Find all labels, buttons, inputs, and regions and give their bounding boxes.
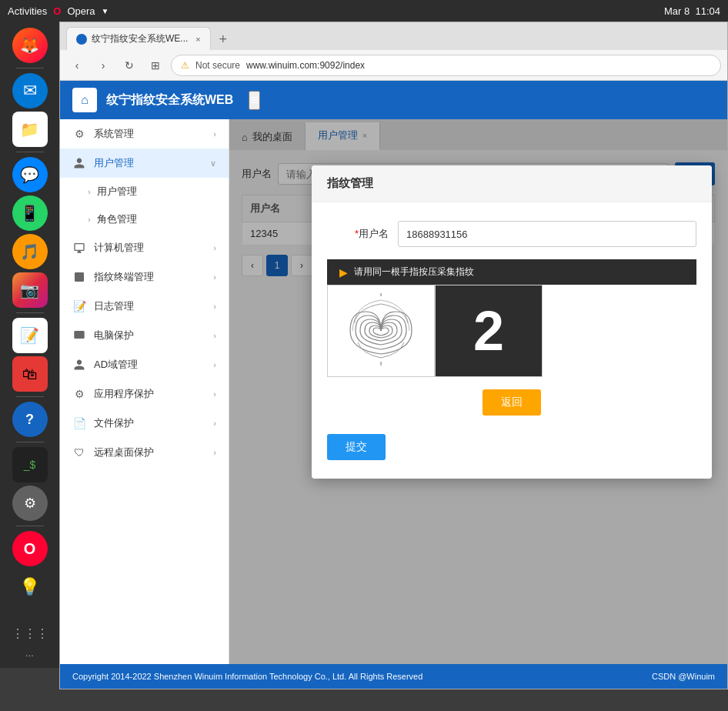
username-label: *用户名 — [327, 227, 389, 241]
chevron-right-icon: › — [213, 129, 216, 139]
sidebar-item-log-mgmt[interactable]: 📝 日志管理 › — [60, 292, 229, 321]
dock-dots[interactable]: ⋮⋮⋮ — [12, 626, 48, 641]
dropdown-icon[interactable]: ▼ — [102, 7, 109, 15]
modal-overlay: 指纹管理 *用户名 ▶ — [229, 119, 727, 664]
chevron-computer-icon: › — [213, 243, 216, 252]
dock-files[interactable]: 📁 — [12, 112, 48, 147]
sidebar-sub-label-user-mgmt: 用户管理 — [97, 185, 137, 199]
dock-more[interactable]: ... — [25, 647, 34, 659]
return-btn[interactable]: 返回 — [483, 389, 541, 416]
sidebar-label-system-mgmt: 系统管理 — [94, 127, 134, 141]
tab-title: 纹宁指纹安全系统WE... — [92, 32, 188, 45]
dock-settings[interactable]: ⚙ — [12, 486, 48, 521]
forward-btn[interactable]: › — [92, 55, 114, 76]
fp-modal: 指纹管理 *用户名 ▶ — [312, 165, 712, 479]
sidebar-item-app-protection[interactable]: ⚙ 应用程序保护 › — [60, 379, 229, 409]
sidebar-label-pc-protection: 电脑保护 — [94, 329, 134, 342]
fp-instruction-bar: ▶ 请用同一根手指按压采集指纹 — [327, 259, 696, 285]
content-area: ⌂ 我的桌面 用户管理 × 用户名 + 添 — [229, 119, 727, 664]
modal-title: 指纹管理 — [327, 176, 373, 189]
tab-bar: 纹宁指纹安全系统WE... × + — [60, 22, 727, 50]
sidebar-item-user-mgmt[interactable]: 用户管理 ∨ — [60, 149, 229, 178]
security-icon: ⚠ — [181, 60, 189, 71]
dock-firefox[interactable]: 🦊 — [12, 28, 48, 63]
dock-messenger[interactable]: 💬 — [12, 157, 48, 192]
sidebar-label-user-mgmt: 用户管理 — [94, 156, 134, 170]
dock-appstore[interactable]: 🛍 — [12, 356, 48, 392]
sidebar-item-fp-terminal[interactable]: 指纹终端管理 › — [60, 262, 229, 292]
sidebar-label-remote-desktop: 远程桌面保护 — [94, 446, 154, 459]
address-bar[interactable]: ⚠ Not secure www.winuim.com:9092/index — [171, 55, 721, 76]
dock-opera[interactable]: O — [12, 531, 48, 566]
pc-protection-icon — [72, 329, 86, 342]
page-title: 纹宁指纹安全系统WEB — [106, 92, 233, 108]
sidebar-item-pc-protection[interactable]: 电脑保护 › — [60, 321, 229, 350]
sidebar-label-ad-domain: AD域管理 — [94, 358, 138, 372]
dock-terminal[interactable]: _$ — [12, 447, 48, 482]
sidebar-item-remote-desktop[interactable]: 🛡 远程桌面保护 › — [60, 438, 229, 467]
sidebar-label-computer-mgmt: 计算机管理 — [94, 241, 144, 255]
sidebar-item-system-mgmt[interactable]: ⚙ 系统管理 › — [60, 119, 229, 149]
tab-close-btn[interactable]: × — [195, 35, 200, 44]
datetime: Mar 8 11:04 — [664, 5, 720, 17]
dock-rhythmbox[interactable]: 🎵 — [12, 234, 48, 269]
sidebar-item-file-protection[interactable]: 📄 文件保护 › — [60, 409, 229, 438]
fp-instruction-text: 请用同一根手指按压采集指纹 — [354, 265, 474, 279]
fp-count: 2 — [473, 299, 504, 362]
modal-body: *用户名 ▶ 请用同一根手指按压采集指纹 — [312, 202, 712, 434]
footer-csdn: CSDN @Winuim — [652, 672, 715, 681]
sidebar-label-log-mgmt: 日志管理 — [94, 299, 134, 313]
chevron-app-icon: › — [213, 389, 216, 399]
dock-divider-3 — [16, 312, 44, 313]
chevron-file-icon: › — [213, 419, 216, 428]
computer-mgmt-icon — [72, 241, 86, 255]
sidebar-item-computer-mgmt[interactable]: 计算机管理 › — [60, 233, 229, 262]
browser-tab[interactable]: 纹宁指纹安全系统WE... × — [66, 27, 211, 50]
ad-domain-icon — [72, 358, 86, 372]
browser-window: 纹宁指纹安全系统WE... × + ‹ › ↻ ⊞ ⚠ Not secure w… — [59, 22, 728, 689]
chevron-remote-icon: › — [213, 448, 216, 457]
fp-arrow-icon: ▶ — [339, 266, 348, 279]
dock-whatsapp[interactable]: 📱 — [12, 195, 48, 231]
fp-images: 2 — [327, 285, 696, 377]
sidebar-subitem-role-mgmt[interactable]: › 角色管理 — [60, 205, 229, 233]
dock-thunderbird[interactable]: ✉ — [12, 73, 48, 108]
username-input[interactable] — [398, 221, 696, 247]
footer-copyright: Copyright 2014-2022 Shenzhen Winuim Info… — [72, 672, 422, 681]
reload-btn[interactable]: ↻ — [119, 55, 140, 76]
chevron-pc-icon: › — [213, 331, 216, 340]
sub-arrow-icon: › — [88, 187, 91, 196]
dock-divider-6 — [16, 526, 44, 526]
svg-rect-0 — [75, 272, 84, 282]
tab-favicon — [76, 34, 87, 45]
main-layout: ⚙ 系统管理 › 用户管理 ∨ › 用户管理 › — [60, 119, 727, 664]
new-tab-btn[interactable]: + — [212, 28, 234, 50]
dock-help[interactable]: ? — [12, 402, 48, 437]
fp-image-scan — [327, 285, 435, 377]
fp-number-box: 2 — [435, 285, 543, 377]
sidebar-subitem-user-mgmt[interactable]: › 用户管理 — [60, 178, 229, 205]
dock-divider-1 — [16, 68, 44, 68]
user-mgmt-icon — [72, 156, 86, 170]
nav-bar: ‹ › ↻ ⊞ ⚠ Not secure www.winuim.com:9092… — [60, 50, 727, 81]
dock-bulb[interactable]: 💡 — [12, 569, 48, 605]
activities-label[interactable]: Activities — [8, 5, 47, 17]
grid-btn[interactable]: ⊞ — [145, 55, 166, 76]
sidebar-item-ad-domain[interactable]: AD域管理 › — [60, 350, 229, 379]
fp-terminal-icon — [72, 270, 86, 284]
address-url: www.winuim.com:9092/index — [246, 60, 365, 71]
chevron-down-icon: ∨ — [210, 159, 216, 169]
dock-divider-2 — [16, 152, 44, 152]
topbar: Activities O Opera ▼ Mar 8 11:04 — [0, 0, 728, 22]
hamburger-btn[interactable]: ≡ — [249, 91, 260, 110]
dock-instagram[interactable]: 📷 — [12, 272, 48, 308]
browser-name[interactable]: Opera — [67, 5, 95, 17]
back-btn[interactable]: ‹ — [66, 55, 88, 76]
remote-desktop-icon: 🛡 — [72, 446, 86, 459]
submit-btn[interactable]: 提交 — [327, 434, 386, 460]
opera-icon[interactable]: O — [53, 5, 61, 17]
sidebar-label-app-protection: 应用程序保护 — [94, 387, 154, 401]
sidebar-label-fp-terminal: 指纹终端管理 — [94, 270, 154, 284]
dock-divider-5 — [16, 442, 44, 442]
dock-libreoffice[interactable]: 📝 — [12, 318, 48, 353]
